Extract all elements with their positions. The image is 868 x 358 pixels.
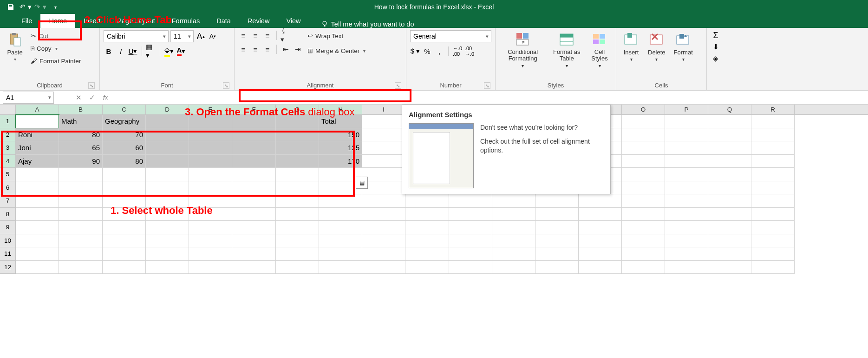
cell[interactable] xyxy=(708,141,751,155)
cell[interactable] xyxy=(146,128,189,142)
cell[interactable] xyxy=(319,247,362,261)
cell[interactable] xyxy=(362,181,405,195)
align-center-icon[interactable]: ≡ xyxy=(250,44,261,54)
align-right-icon[interactable]: ≡ xyxy=(262,44,273,54)
cell[interactable] xyxy=(362,141,405,155)
cell[interactable] xyxy=(59,261,103,274)
row-header[interactable]: 8 xyxy=(0,208,16,221)
tell-me-search[interactable]: Tell me what you want to do xyxy=(309,20,414,28)
cell[interactable] xyxy=(449,234,492,248)
font-name-combo[interactable]: Calibri xyxy=(104,30,169,42)
cell[interactable] xyxy=(232,221,276,234)
cell[interactable] xyxy=(146,155,189,168)
cell[interactable] xyxy=(103,208,146,221)
cell[interactable] xyxy=(16,208,59,221)
cell[interactable]: Roni xyxy=(16,128,59,142)
cell[interactable] xyxy=(665,155,708,168)
cell[interactable] xyxy=(276,261,319,274)
select-all-corner[interactable] xyxy=(0,105,16,114)
cell[interactable] xyxy=(276,247,319,261)
fill-color-button[interactable]: ⬙ ▾ xyxy=(164,46,174,56)
enter-formula-icon[interactable]: ✓ xyxy=(86,92,98,103)
cell[interactable] xyxy=(449,221,492,234)
row-header[interactable]: 1 xyxy=(0,115,16,128)
cell[interactable] xyxy=(665,115,708,128)
conditional-formatting-button[interactable]: ≠ Conditional Formatting▾ xyxy=(499,30,546,69)
cell[interactable] xyxy=(276,194,319,208)
formula-input[interactable] xyxy=(116,92,868,103)
cell[interactable] xyxy=(535,208,579,221)
cell[interactable] xyxy=(708,208,751,221)
cell[interactable] xyxy=(622,168,665,181)
cell[interactable] xyxy=(362,261,405,274)
cell[interactable] xyxy=(276,208,319,221)
cell[interactable] xyxy=(449,261,492,274)
cell[interactable] xyxy=(665,181,708,195)
font-launcher-icon[interactable]: ⤡ xyxy=(223,82,229,89)
cell[interactable] xyxy=(405,208,449,221)
cell[interactable] xyxy=(189,141,232,155)
cell[interactable] xyxy=(492,247,535,261)
cell[interactable] xyxy=(232,261,276,274)
cut-button[interactable]: ✂Cut xyxy=(29,30,83,41)
decrease-indent-icon[interactable]: ⇤ xyxy=(281,44,291,54)
italic-button[interactable]: I xyxy=(116,46,126,56)
row-header[interactable]: 5 xyxy=(0,168,16,181)
cell[interactable] xyxy=(622,181,665,195)
cell[interactable] xyxy=(708,221,751,234)
cancel-formula-icon[interactable]: ✕ xyxy=(72,92,85,103)
cell[interactable] xyxy=(59,194,103,208)
cell[interactable] xyxy=(189,128,232,142)
col-header[interactable]: H xyxy=(319,105,362,114)
col-header[interactable]: F xyxy=(232,105,276,114)
cell[interactable] xyxy=(276,181,319,195)
cell[interactable] xyxy=(232,234,276,248)
cell[interactable]: Ajay xyxy=(16,155,59,168)
cell[interactable] xyxy=(189,208,232,221)
cell[interactable] xyxy=(449,247,492,261)
cell[interactable] xyxy=(362,194,405,208)
cell[interactable] xyxy=(405,194,449,208)
cell[interactable] xyxy=(622,234,665,248)
border-button[interactable]: ▦ ▾ xyxy=(146,46,156,56)
cell[interactable] xyxy=(232,194,276,208)
cell[interactable] xyxy=(622,155,665,168)
cell[interactable]: Joni xyxy=(16,141,59,155)
increase-font-icon[interactable]: A▴ xyxy=(196,31,206,41)
cell[interactable] xyxy=(751,115,795,128)
cell[interactable] xyxy=(535,261,579,274)
cell[interactable] xyxy=(189,155,232,168)
cell[interactable] xyxy=(622,261,665,274)
cell[interactable] xyxy=(492,261,535,274)
cell[interactable] xyxy=(751,234,795,248)
format-as-table-button[interactable]: Format as Table▾ xyxy=(549,30,584,69)
cell[interactable] xyxy=(232,115,276,128)
cell[interactable] xyxy=(276,234,319,248)
save-icon[interactable] xyxy=(5,1,17,13)
cell[interactable]: Math xyxy=(59,115,103,128)
undo-icon[interactable]: ↶ ▾ xyxy=(20,1,32,13)
cell[interactable] xyxy=(59,247,103,261)
quick-analysis-icon[interactable]: ▤ xyxy=(356,177,368,189)
cell[interactable] xyxy=(579,194,622,208)
cell[interactable] xyxy=(319,234,362,248)
cell[interactable] xyxy=(665,141,708,155)
cell[interactable] xyxy=(751,181,795,195)
cell[interactable] xyxy=(579,261,622,274)
cell[interactable] xyxy=(405,234,449,248)
col-header[interactable]: I xyxy=(362,105,405,114)
col-header[interactable]: P xyxy=(665,105,708,114)
tab-view[interactable]: View xyxy=(278,14,309,28)
cell[interactable] xyxy=(232,141,276,155)
row-header[interactable]: 3 xyxy=(0,141,16,155)
bold-button[interactable]: B xyxy=(104,46,114,56)
cell[interactable] xyxy=(232,247,276,261)
cell[interactable] xyxy=(146,141,189,155)
cell[interactable] xyxy=(665,208,708,221)
cell[interactable] xyxy=(276,168,319,181)
cell[interactable] xyxy=(665,168,708,181)
merge-center-button[interactable]: ⊞Merge & Center▾ xyxy=(306,45,367,56)
cell[interactable] xyxy=(319,261,362,274)
font-size-combo[interactable]: 11 xyxy=(170,30,194,42)
tab-insert[interactable]: Insert xyxy=(75,14,109,28)
